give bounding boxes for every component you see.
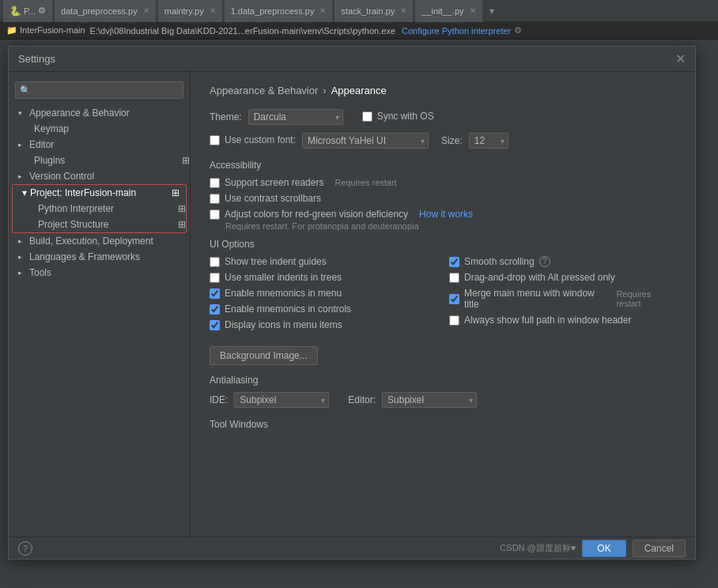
sidebar-item-project-structure[interactable]: Project Structure ⊞ (13, 217, 186, 232)
close-icon[interactable]: ✕ (400, 6, 406, 15)
always-show-path-checkbox[interactable] (449, 315, 459, 326)
sidebar-item-languages[interactable]: ▸ Languages & Frameworks (9, 249, 190, 265)
always-show-path-row: Always show full path in window header (449, 315, 676, 326)
support-screen-readers-checkbox[interactable] (210, 178, 220, 188)
sidebar-item-version-control[interactable]: ▸ Version Control (9, 168, 190, 184)
editor-aa-select[interactable]: Subpixel (382, 392, 477, 408)
cancel-button[interactable]: Cancel (633, 540, 686, 557)
sidebar-item-label: Python Interpreter (38, 203, 114, 214)
sidebar-item-appearance-behavior[interactable]: ▾ Appearance & Behavior (9, 105, 190, 121)
editor-antialias: Editor: Subpixel (348, 392, 477, 408)
size-select[interactable]: 12 (469, 133, 508, 149)
tab-py[interactable]: 🐍 P... ⚙ (3, 0, 53, 22)
expand-arrow: ▸ (18, 172, 26, 180)
tab-bar: 🐍 P... ⚙ data_preprocess.py ✕ maintry.py… (0, 0, 718, 22)
sidebar-item-label: Tools (29, 267, 51, 278)
custom-font-checkbox[interactable] (210, 135, 220, 145)
close-icon[interactable]: ✕ (319, 6, 326, 15)
sidebar-item-editor[interactable]: ▸ Editor (9, 137, 190, 153)
dialog-close-button[interactable]: ✕ (675, 51, 686, 66)
settings-icon: ⚙ (38, 6, 46, 16)
sidebar-item-project[interactable]: ▾ Project: InterFusion-main ⊞ (13, 185, 186, 201)
sync-with-os-label: Sync with OS (377, 111, 434, 122)
how-it-works-link[interactable]: How it works (419, 209, 473, 220)
ok-button[interactable]: OK (582, 540, 625, 557)
sidebar-item-label: Build, Execution, Deployment (29, 236, 153, 247)
left-options: Show tree indent guides Use smaller inde… (210, 256, 436, 335)
dialog-title: Settings (18, 53, 55, 65)
configure-gear[interactable]: ⚙ (514, 25, 522, 36)
tab-init-label: __init__.py (421, 6, 463, 16)
configure-link[interactable]: Configure Python interpreter (402, 26, 511, 36)
config-icon: ⊞ (178, 203, 186, 214)
support-screen-readers-row: Support screen readers Requires restart (210, 177, 676, 188)
breadcrumb: Appearance & Behavior › Appearance (210, 85, 676, 96)
tab-stack[interactable]: stack_train.py ✕ (334, 0, 414, 22)
sidebar-item-label: Project Structure (38, 219, 108, 230)
sidebar-item-plugins[interactable]: Plugins ⊞ (9, 153, 190, 168)
show-tree-indent-checkbox[interactable] (210, 257, 220, 267)
display-icons-label: Display icons in menu items (225, 319, 342, 330)
tab-stack-label: stack_train.py (341, 6, 395, 16)
size-select-wrapper: 12 (469, 133, 508, 149)
use-smaller-indents-row: Use smaller indents in trees (210, 272, 436, 283)
merge-requires-restart: Requires restart (616, 289, 676, 308)
requires-restart-note: Requires restart (334, 178, 396, 187)
close-icon[interactable]: ✕ (470, 6, 476, 15)
enable-mnemonics-controls-row: Enable mnemonics in controls (210, 303, 436, 315)
project-section: ▾ Project: InterFusion-main ⊞ Python Int… (12, 184, 187, 233)
ide-aa-select[interactable]: Subpixel (234, 392, 329, 408)
adjust-colors-note: Requires restart. For protanopia and deu… (210, 221, 676, 231)
adjust-colors-checkbox[interactable] (210, 209, 220, 220)
smooth-scrolling-help[interactable]: ? (539, 256, 550, 267)
python-icon: 🐍 (9, 6, 21, 17)
folder-icon: 📁 (6, 25, 17, 35)
close-icon[interactable]: ✕ (143, 6, 149, 15)
sidebar-item-tools[interactable]: ▸ Tools (9, 265, 190, 281)
custom-font-checkbox-row: Use custom font: (210, 134, 296, 145)
tab-init[interactable]: __init__.py ✕ (415, 0, 482, 22)
tab-data-preprocess[interactable]: data_preprocess.py ✕ (55, 0, 157, 22)
theme-select-wrapper: Darcula (248, 109, 343, 125)
sidebar-item-label: Project: InterFusion-main (30, 187, 136, 198)
expand-arrow: ▸ (18, 141, 26, 149)
settings-content: Appearance & Behavior › Appearance Theme… (191, 72, 695, 537)
enable-mnemonics-menu-checkbox[interactable] (210, 288, 220, 299)
expand-arrow: ▸ (18, 253, 26, 261)
use-smaller-indents-checkbox[interactable] (210, 273, 220, 283)
path-text: E:\dvj\08Industrial Big Data\KDD-2021...… (90, 26, 395, 36)
display-icons-checkbox[interactable] (210, 320, 220, 330)
font-select[interactable]: Microsoft YaHei UI (302, 133, 429, 149)
sidebar-item-label: Keymap (34, 123, 69, 134)
background-image-button[interactable]: Background Image... (210, 346, 318, 365)
drag-drop-checkbox[interactable] (449, 273, 459, 283)
config-icon: ⊞ (172, 187, 180, 198)
tab-1data[interactable]: 1.data_preprocess.py ✕ (225, 0, 334, 22)
breadcrumb-parent: Appearance & Behavior (210, 85, 318, 96)
theme-label: Theme: (210, 111, 242, 122)
dialog-body: 🔍 ▾ Appearance & Behavior Keymap ▸ Edito… (9, 72, 695, 537)
sidebar-item-python-interpreter[interactable]: Python Interpreter ⊞ (13, 201, 186, 217)
smooth-scrolling-label: Smooth scrolling (464, 256, 535, 267)
contrast-scrollbars-label: Use contrast scrollbars (225, 193, 321, 204)
size-label: Size: (441, 135, 463, 146)
theme-select[interactable]: Darcula (248, 109, 343, 125)
enable-mnemonics-controls-checkbox[interactable] (210, 304, 220, 315)
close-icon[interactable]: ✕ (210, 6, 216, 15)
help-icon[interactable]: ? (18, 541, 32, 556)
sidebar-item-build[interactable]: ▸ Build, Execution, Deployment (9, 233, 190, 249)
config-icon: ⊞ (182, 155, 190, 166)
merge-main-menu-checkbox[interactable] (449, 294, 459, 304)
search-input[interactable] (15, 81, 183, 99)
dialog-title-bar: Settings ✕ (9, 47, 695, 72)
merge-main-menu-row: Merge main menu with window title Requir… (449, 288, 676, 310)
options-grid: Show tree indent guides Use smaller inde… (210, 256, 676, 335)
tab-maintry[interactable]: maintry.py ✕ (158, 0, 223, 22)
smooth-scrolling-checkbox[interactable] (449, 257, 459, 267)
sidebar-item-keymap[interactable]: Keymap (9, 121, 190, 137)
more-tabs-button[interactable]: ▾ (485, 4, 499, 18)
sidebar-item-label: Version Control (29, 171, 94, 182)
sync-with-os-checkbox[interactable] (362, 111, 372, 122)
contrast-scrollbars-checkbox[interactable] (210, 194, 220, 204)
search-box: 🔍 (15, 81, 183, 99)
